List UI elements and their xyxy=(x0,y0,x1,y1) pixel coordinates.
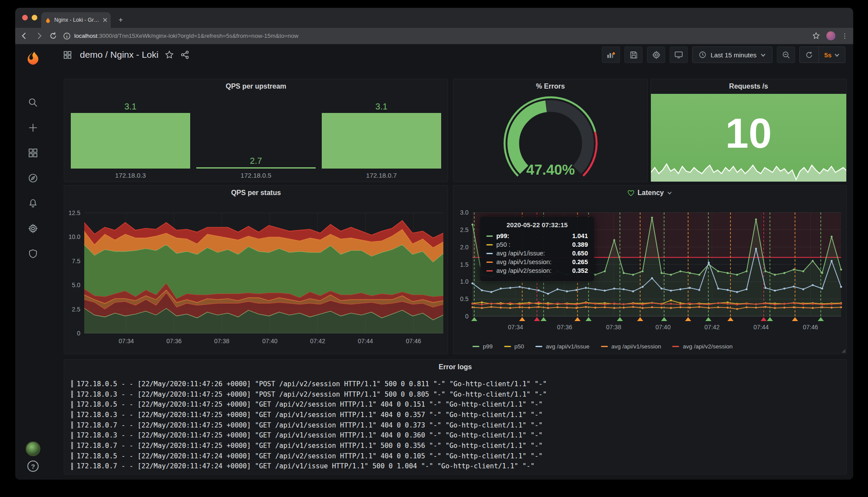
log-line[interactable]: 172.18.0.7 - - [22/May/2020:11:47:25 +00… xyxy=(71,420,842,431)
panel-title[interactable]: Requests /s xyxy=(729,83,768,90)
svg-text:10.0: 10.0 xyxy=(69,233,80,240)
cycle-view-mode-button[interactable] xyxy=(670,46,688,63)
time-range-label: Last 15 minutes xyxy=(710,51,756,59)
chart-tooltip: 2020-05-22 07:32:15 p99:1.041p50 :0.389a… xyxy=(480,217,594,281)
dashboard-header: demo / Nginx - Loki xyxy=(51,45,853,65)
errors-gauge-chart[interactable]: 47.40% xyxy=(453,94,648,182)
grafana-favicon-icon xyxy=(45,17,51,23)
chevron-down-icon xyxy=(667,190,672,195)
bookmark-star-icon[interactable] xyxy=(812,32,820,40)
log-line[interactable]: 172.18.0.3 - - [22/May/2020:11:47:25 +00… xyxy=(71,410,842,420)
close-window-button[interactable] xyxy=(22,15,28,20)
log-text: 172.18.0.3 - - [22/May/2020:11:47:25 +00… xyxy=(77,391,547,398)
panel-title[interactable]: % Errors xyxy=(536,83,565,90)
save-dashboard-button[interactable] xyxy=(624,46,643,63)
tooltip-row: avg /api/v1/issue:0.650 xyxy=(486,250,588,257)
tab-close-icon[interactable] xyxy=(103,18,107,22)
bar-gauge-column[interactable]: 3.1172.18.0.7 xyxy=(319,94,444,182)
panel-title[interactable]: QPS per upstream xyxy=(226,83,287,90)
sidebar-configuration-button[interactable] xyxy=(24,219,42,238)
dashboard-title[interactable]: demo / Nginx - Loki xyxy=(80,50,158,60)
log-line[interactable]: 172.18.0.7 - - [22/May/2020:11:47:25 +00… xyxy=(71,441,842,451)
address-bar[interactable]: localhost:3000/d/Tnn15XeWk/nginx-loki?or… xyxy=(63,33,806,40)
site-info-icon[interactable] xyxy=(63,33,70,40)
log-level-bar xyxy=(71,452,73,460)
bar-gauge-column[interactable]: 2.7172.18.0.5 xyxy=(193,94,319,182)
bar-value: 3.1 xyxy=(376,102,388,112)
reload-icon[interactable] xyxy=(49,32,57,40)
panel-errors: % Errors 47.40% xyxy=(453,79,648,182)
chevron-down-icon xyxy=(834,52,840,58)
back-icon[interactable] xyxy=(20,32,29,40)
log-line[interactable]: 172.18.0.7 - - [22/May/2020:11:47:24 +00… xyxy=(71,461,842,472)
time-range-picker[interactable]: Last 15 minutes xyxy=(692,46,772,63)
log-level-bar xyxy=(71,442,73,449)
panel-resize-handle[interactable] xyxy=(842,349,845,353)
svg-text:0: 0 xyxy=(77,330,80,337)
svg-text:07:36: 07:36 xyxy=(557,324,572,331)
browser-tab[interactable]: Nginx - Loki - Grafana xyxy=(41,12,111,28)
svg-text:07:40: 07:40 xyxy=(655,324,670,331)
minimize-window-button[interactable] xyxy=(32,15,37,20)
browser-menu-icon[interactable]: ⋮ xyxy=(842,32,848,40)
log-line[interactable]: 172.18.0.3 - - [22/May/2020:11:47:25 +00… xyxy=(71,430,842,441)
bar-gauge-column[interactable]: 3.1172.18.0.3 xyxy=(68,94,193,182)
browser-window: Nginx - Loki - Grafana + localhost:3000/… xyxy=(15,8,853,480)
sidebar-alerting-button[interactable] xyxy=(24,194,42,212)
forward-icon[interactable] xyxy=(35,32,43,40)
refresh-interval-button[interactable]: 5s xyxy=(819,47,845,63)
help-button[interactable]: ? xyxy=(27,461,39,472)
svg-text:07:38: 07:38 xyxy=(606,324,621,331)
sidebar-server-admin-button[interactable] xyxy=(24,245,42,263)
log-level-bar xyxy=(71,421,73,429)
add-panel-button[interactable] xyxy=(602,46,620,63)
sidebar-search-button[interactable] xyxy=(24,93,42,112)
grafana-logo-icon[interactable] xyxy=(23,49,43,69)
legend-item[interactable]: avg /api/v2/session xyxy=(672,343,733,350)
gear-icon xyxy=(652,50,661,60)
svg-text:07:46: 07:46 xyxy=(803,324,818,331)
panel-qps-per-status: QPS per status 02.55.07.510.012.507:3407… xyxy=(64,185,448,354)
new-tab-button[interactable]: + xyxy=(116,15,125,25)
panel-title[interactable]: QPS per status xyxy=(231,189,281,197)
log-text: 172.18.0.7 - - [22/May/2020:11:47:25 +00… xyxy=(77,421,543,429)
log-text: 172.18.0.3 - - [22/May/2020:11:47:25 +00… xyxy=(77,411,543,419)
panel-title[interactable]: Latency xyxy=(637,189,663,197)
zoom-out-time-button[interactable] xyxy=(777,46,795,63)
legend-item[interactable]: avg /api/v1/session xyxy=(601,343,661,350)
svg-text:5.0: 5.0 xyxy=(72,282,81,288)
share-icon[interactable] xyxy=(180,50,190,60)
bar-gauge-chart[interactable]: 3.1172.18.0.32.7172.18.0.53.1172.18.0.7 xyxy=(68,94,444,182)
requests-stat[interactable]: 10 xyxy=(651,94,846,182)
browser-profile-avatar[interactable] xyxy=(826,31,835,40)
shield-icon xyxy=(28,248,38,259)
refresh-button[interactable] xyxy=(800,47,818,63)
panel-requests: Requests /s 10 xyxy=(650,79,847,182)
chevron-down-icon xyxy=(760,52,766,58)
svg-text:1.0: 1.0 xyxy=(460,278,469,285)
favorite-star-icon[interactable] xyxy=(165,50,174,60)
search-icon xyxy=(28,97,38,108)
panel-title[interactable]: Error logs xyxy=(439,363,472,371)
gauge-value: 47.40% xyxy=(526,162,575,178)
legend-item[interactable]: avg /api/v1/issue xyxy=(535,343,590,350)
svg-text:07:42: 07:42 xyxy=(310,338,325,345)
log-level-bar xyxy=(71,463,73,470)
log-line[interactable]: 172.18.0.5 - - [22/May/2020:11:47:26 +00… xyxy=(71,379,842,389)
qps-status-chart[interactable]: 02.55.07.510.012.507:3407:3607:3807:4007… xyxy=(64,200,449,355)
tv-icon xyxy=(674,50,683,60)
sidebar-dashboards-button[interactable] xyxy=(24,144,42,162)
log-line[interactable]: 172.18.0.5 - - [22/May/2020:11:47:24 +00… xyxy=(71,451,842,461)
legend-item[interactable]: p50 xyxy=(504,343,525,350)
sidebar-create-button[interactable] xyxy=(24,119,42,137)
legend-item[interactable]: p99 xyxy=(472,343,493,350)
grafana-sidebar: ? xyxy=(15,45,51,480)
user-avatar[interactable] xyxy=(26,441,40,456)
dashboard-settings-button[interactable] xyxy=(647,46,665,63)
log-line[interactable]: 172.18.0.5 - - [22/May/2020:11:47:25 +00… xyxy=(71,399,842,410)
bar-value: 2.7 xyxy=(250,156,262,166)
sidebar-explore-button[interactable] xyxy=(24,169,42,187)
svg-text:07:34: 07:34 xyxy=(119,338,134,345)
log-line[interactable]: 172.18.0.3 - - [22/May/2020:11:47:25 +00… xyxy=(71,389,842,400)
svg-text:07:36: 07:36 xyxy=(166,338,182,345)
